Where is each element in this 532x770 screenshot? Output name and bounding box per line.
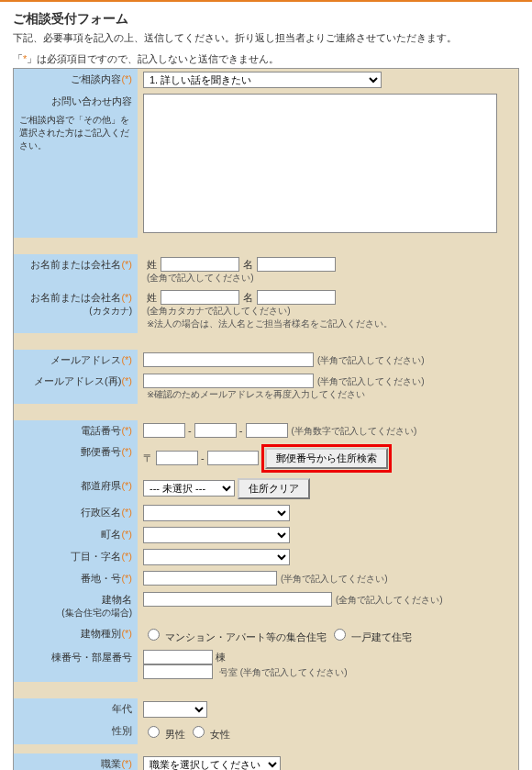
room-tou-input[interactable] — [143, 650, 213, 664]
inquiry-textarea[interactable] — [143, 94, 497, 233]
label-buildtype: 建物種別(*) — [14, 623, 138, 647]
buildtype-house[interactable]: 一戸建て住宅 — [329, 631, 412, 642]
zip1-input[interactable] — [156, 451, 198, 465]
gender-female[interactable]: 女性 — [188, 729, 230, 740]
job-select[interactable]: 職業を選択してください — [143, 756, 281, 770]
label-email2: メールアドレス(再)(*) — [14, 371, 138, 404]
zip-search-highlight: 郵便番号から住所検索 — [261, 444, 392, 473]
label-chome: 丁目・字名(*) — [14, 546, 138, 568]
addr-clear-button[interactable]: 住所クリア — [238, 478, 310, 499]
mei-kana-input[interactable] — [257, 290, 336, 305]
chome-select[interactable] — [143, 549, 290, 565]
page-title: ご相談受付フォーム — [13, 11, 532, 28]
label-zip: 郵便番号(*) — [14, 441, 138, 475]
zip-search-button[interactable]: 郵便番号から住所検索 — [265, 448, 388, 469]
label-town: 町名(*) — [14, 524, 138, 546]
tel2-input[interactable] — [194, 423, 237, 438]
town-select[interactable] — [143, 527, 290, 543]
label-age: 年代 — [14, 698, 138, 720]
label-email: メールアドレス(*) — [14, 350, 138, 371]
tel1-input[interactable] — [143, 423, 185, 438]
city-select[interactable] — [143, 505, 290, 521]
label-room: 棟番号・部屋番号 — [14, 647, 138, 682]
sei-input[interactable] — [161, 257, 239, 272]
label-name: お名前または会社名(*) — [14, 254, 138, 287]
tel3-input[interactable] — [246, 423, 288, 438]
content-select[interactable]: 1. 詳しい話を聞きたい — [143, 72, 382, 88]
label-banchi: 番地・号(*) — [14, 568, 138, 589]
lead-text: 下記、必要事項を記入の上、送信してください。折り返し担当者よりご連絡させていただ… — [13, 31, 532, 45]
label-tel: 電話番号(*) — [14, 420, 138, 441]
banchi-input[interactable] — [143, 571, 277, 586]
form: ご相談内容(*) 1. 詳しい話を聞きたい お問い合わせ内容ご相談内容で「その他… — [13, 68, 519, 770]
mei-input[interactable] — [257, 257, 336, 272]
label-pref: 都道府県(*) — [14, 475, 138, 502]
label-inquiry: お問い合わせ内容ご相談内容で「その他」を選択された方はご記入ください。 — [14, 91, 138, 238]
pref-select[interactable]: --- 未選択 --- — [143, 480, 235, 497]
sei-kana-input[interactable] — [161, 290, 239, 305]
label-city: 行政区名(*) — [14, 502, 138, 524]
label-content: ご相談内容(*) — [14, 69, 138, 91]
gender-male[interactable]: 男性 — [143, 729, 185, 740]
email-input[interactable] — [143, 352, 314, 367]
buildtype-mansion[interactable]: マンション・アパート等の集合住宅 — [143, 631, 327, 642]
email2-input[interactable] — [143, 374, 314, 388]
label-name-kana: お名前または会社名(*)(カタカナ) — [14, 287, 138, 333]
age-select[interactable] — [143, 701, 207, 718]
required-note: 「*」は必須項目ですので、記入しないと送信できません。 — [13, 52, 532, 66]
building-input[interactable] — [143, 592, 332, 607]
zip2-input[interactable] — [207, 451, 259, 465]
room-num-input[interactable] — [143, 664, 213, 679]
label-job: 職業(*) — [14, 753, 138, 770]
label-gender: 性別 — [14, 720, 138, 744]
label-building: 建物名(集合住宅の場合) — [14, 589, 138, 623]
